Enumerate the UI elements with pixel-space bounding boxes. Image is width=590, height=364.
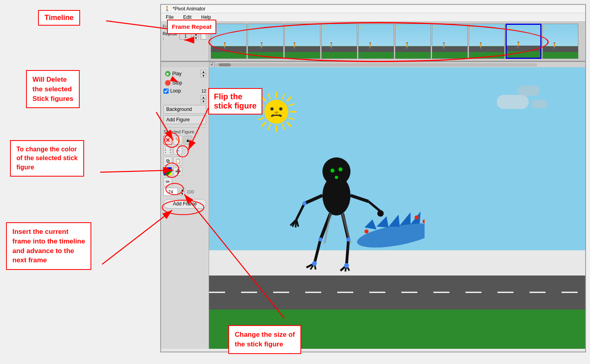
add-figure-button[interactable]: Add Figure [163,115,206,124]
svg-point-59 [344,263,349,268]
copy-figure-button[interactable]: ⧉ [163,157,172,165]
svg-line-44 [314,239,320,263]
annotation-repeat: Frame Repeat [167,20,216,34]
timeline-frame-9[interactable]: ⚠ 🚶 [505,24,542,59]
svg-line-8 [268,94,270,99]
flip-annotation-text: Flip thestick figure [214,92,257,110]
tool-row-1: ✕ ✏️ ▲ [163,136,206,145]
annotation-flip: Flip thestick figure [208,88,262,115]
frame-warning-7: ⚠ [433,25,437,29]
extra-tool-button[interactable]: ➕ [173,167,182,176]
play-scroll-down[interactable]: ▼ [201,74,206,78]
app-title: *Pivot Animator [173,6,205,12]
svg-line-7 [262,122,266,127]
speed-value: 12 [201,88,206,93]
timeline-frame-7[interactable]: ⚠ 🚶 [432,24,468,59]
size-up[interactable]: ▲ [179,188,185,192]
scroll-up-tool[interactable]: ▲ [183,136,192,145]
menu-bar: File Edit Help [161,13,585,22]
left-panel: ▶ Play ▲ ▼ Stop Loop 12 [161,67,209,349]
svg-line-40 [350,195,368,201]
svg-line-39 [296,219,298,227]
timeline-frames[interactable]: ⚠ 🚶 ⚠ 🚶 ⚠ 🚶 [209,22,585,61]
play-scroll-up[interactable]: ▲ [201,70,206,74]
scroll-left-button[interactable]: < [209,62,215,68]
tool-row-5: ✏ [163,177,206,186]
svg-marker-24 [377,216,389,227]
title-bar: 🚶 *Pivot Animator [161,5,585,13]
frame-warning-6: ⚠ [396,25,400,29]
play-icon: ▶ [165,71,171,76]
pen-tool-button[interactable]: ✏ [163,177,172,186]
loop-checkbox[interactable] [163,88,169,94]
tool-row-2: ⋮⋮ ↔ [163,146,206,155]
timeline-frame-3[interactable]: ⚠ 🚶 [284,24,320,59]
app-icon: 🚶 [164,6,170,12]
edit-figure-button[interactable]: ✏️ [173,136,182,145]
frame-figure-6: 🚶 [403,42,411,50]
stop-button[interactable]: Stop [163,79,206,86]
add-frame-button[interactable]: Add Frame [163,199,206,209]
tool-row-3: ⧉ 📋 [163,157,206,165]
svg-point-56 [318,237,322,241]
size-input[interactable]: 74 [163,188,178,196]
speed-scroll-down[interactable]: ▼ [201,99,206,103]
monster-figure[interactable] [284,115,405,276]
svg-line-41 [368,201,381,211]
svg-point-32 [335,176,338,179]
svg-marker-26 [400,212,411,225]
tool-row-4: ➕ ▼ [163,167,206,176]
frame-warning-9: ⚠ [507,26,511,30]
frame-figure-3: 🚶 [291,42,299,50]
paste-figure-button[interactable]: 📋 [173,157,182,165]
svg-marker-25 [389,215,400,227]
svg-point-61 [423,219,425,223]
size-row: 74 ▲ ▼ 100 [163,188,206,196]
timeline-frame-6[interactable]: ⚠ 🚶 [395,24,431,59]
frame-warning-10: ⚠ [544,25,547,29]
app-window: 🚶 *Pivot Animator File Edit Help Frame 6… [160,4,586,352]
delete-x-icon: ✕ [165,137,170,143]
size-annotation-text: Change the size ofthe stick figure [235,331,295,348]
svg-line-9 [282,94,284,99]
svg-point-42 [377,210,384,217]
size-spinner[interactable]: ▲ ▼ [179,188,185,196]
flip-figure-button[interactable]: ↔ [173,146,182,155]
delete-figure-button[interactable]: ✕ [163,136,172,145]
frame-figure-1: 🚶 [221,42,229,50]
repeat-down[interactable]: ▼ [193,36,199,40]
annotation-timeline: Timeline [38,10,80,26]
color-figure-button[interactable] [163,167,172,176]
selected-figure-label: Selected Figure [163,127,206,134]
scrollbar-thumb[interactable] [219,63,231,66]
loop-row: Loop 12 [163,88,206,94]
size-down[interactable]: ▼ [179,192,185,196]
frame-figure-2: 🚶 [258,42,266,50]
frame-warning-2: ⚠ [249,25,252,29]
timeline-frame-8[interactable]: ⚠ 🚶 [469,24,505,59]
svg-line-12 [289,104,294,106]
timeline-frame-2[interactable]: ⚠ 🚶 [248,24,284,59]
frame-warning-8: ⚠ [470,25,473,29]
color-annotation-text: To change the colorof the selected stick… [16,146,78,171]
stop-label: Stop [172,80,182,86]
timeline-frame-5[interactable]: ⚠ 🚶 [358,24,394,59]
speed-scroll-up[interactable]: ▲ [201,95,206,99]
background-button[interactable]: Background [163,105,206,114]
cloud-2 [518,86,540,96]
frame-warning-4: ⚠ [322,25,326,29]
grid-tool-button[interactable]: ⋮⋮ [163,146,172,155]
loop-label: Loop [170,88,181,94]
svg-line-35 [296,203,304,219]
timeline-scrollbar[interactable]: < [161,62,585,67]
size-max: 100 [187,189,194,194]
play-button[interactable]: ▶ Play [163,70,199,77]
timeline-frame-4[interactable]: ⚠ 🚶 [321,24,357,59]
timeline-frame-10[interactable]: ⚠ 🚶 [542,24,578,59]
scrollbar-track[interactable] [215,63,537,66]
play-label: Play [172,71,181,76]
frame-warning-5: ⚠ [359,25,363,29]
svg-point-55 [302,201,306,205]
annotation-color: To change the colorof the selected stick… [10,140,84,177]
canvas-area[interactable] [209,67,585,349]
